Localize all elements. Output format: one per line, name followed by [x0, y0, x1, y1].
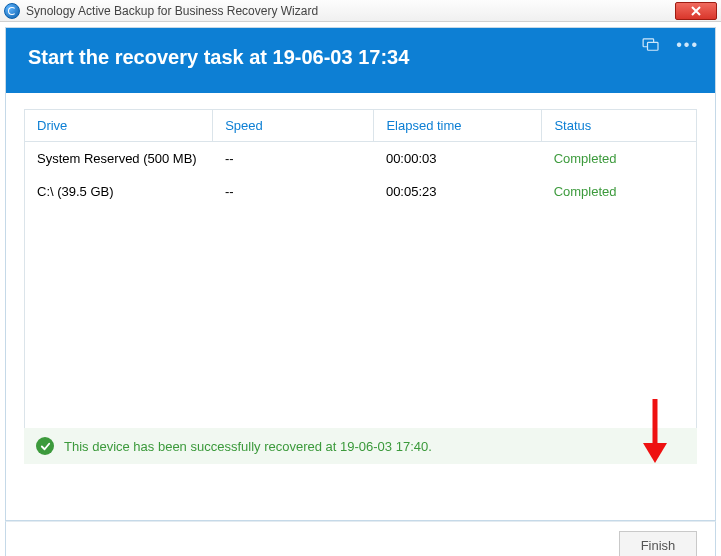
svg-rect-1: [648, 42, 659, 50]
monitor-icon[interactable]: [642, 38, 660, 52]
col-header-speed[interactable]: Speed: [213, 110, 374, 142]
success-icon: [36, 437, 54, 455]
cell-status: Completed: [542, 175, 696, 208]
cell-drive: C:\ (39.5 GB): [25, 175, 213, 208]
cell-elapsed: 00:00:03: [374, 142, 542, 175]
close-icon: [690, 5, 702, 17]
status-bar: This device has been successfully recove…: [24, 428, 697, 464]
content-area: Drive Speed Elapsed time Status System R…: [5, 93, 716, 521]
page-title: Start the recovery task at 19-06-03 17:3…: [28, 46, 693, 69]
wizard-header: ••• Start the recovery task at 19-06-03 …: [5, 27, 716, 93]
cell-elapsed: 00:05:23: [374, 175, 542, 208]
status-message: This device has been successfully recove…: [64, 439, 432, 454]
table-row[interactable]: System Reserved (500 MB) -- 00:00:03 Com…: [25, 142, 696, 175]
title-bar: Synology Active Backup for Business Reco…: [0, 0, 721, 22]
recovery-table-head: Drive Speed Elapsed time Status: [24, 109, 697, 142]
more-icon[interactable]: •••: [676, 38, 699, 52]
close-button[interactable]: [675, 2, 717, 20]
cell-status: Completed: [542, 142, 696, 175]
app-icon: [4, 3, 20, 19]
col-header-status[interactable]: Status: [542, 110, 697, 142]
cell-speed: --: [213, 142, 374, 175]
col-header-drive[interactable]: Drive: [25, 110, 213, 142]
cell-speed: --: [213, 175, 374, 208]
col-header-elapsed[interactable]: Elapsed time: [374, 110, 542, 142]
finish-button[interactable]: Finish: [619, 531, 697, 557]
recovery-table-body[interactable]: System Reserved (500 MB) -- 00:00:03 Com…: [24, 142, 697, 432]
cell-drive: System Reserved (500 MB): [25, 142, 213, 175]
table-row[interactable]: C:\ (39.5 GB) -- 00:05:23 Completed: [25, 175, 696, 208]
footer-bar: Finish: [5, 521, 716, 556]
window-title: Synology Active Backup for Business Reco…: [26, 4, 675, 18]
